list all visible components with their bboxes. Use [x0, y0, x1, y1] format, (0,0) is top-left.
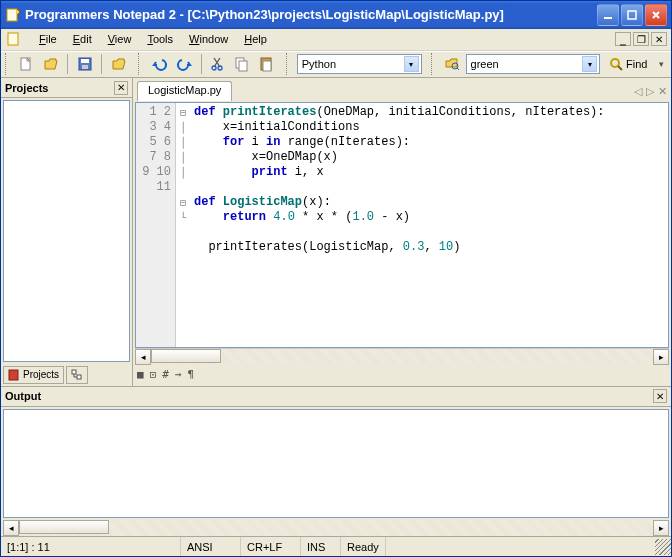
- output-close-button[interactable]: ✕: [653, 389, 667, 403]
- tab-prev-icon[interactable]: ◁: [634, 85, 642, 98]
- svg-rect-13: [263, 61, 271, 71]
- svg-rect-3: [8, 33, 18, 45]
- svg-rect-16: [9, 370, 18, 380]
- scroll-thumb[interactable]: [151, 349, 221, 363]
- copy-button[interactable]: [232, 53, 253, 75]
- mdi-close-button[interactable]: ✕: [651, 32, 667, 46]
- maximize-button[interactable]: [621, 4, 643, 26]
- tab-next-icon[interactable]: ▷: [646, 85, 654, 98]
- tree-icon: [71, 369, 83, 381]
- chevron-down-icon: ▾: [404, 56, 419, 72]
- book-icon: [8, 369, 20, 381]
- scroll-right-button[interactable]: ▸: [653, 349, 669, 365]
- view-toggles: ■ ⊡ # → ¶: [133, 364, 671, 386]
- editor-hscroll[interactable]: ◂ ▸: [135, 348, 669, 364]
- undo-button[interactable]: [149, 53, 170, 75]
- toggle-eol[interactable]: ¶: [188, 368, 195, 381]
- window-title: Programmers Notepad 2 - [C:\Python23\pro…: [25, 7, 595, 22]
- status-position: [1:1] : 11: [1, 537, 181, 556]
- line-gutter: 1 2 3 4 5 6 7 8 9 10 11: [136, 103, 176, 346]
- toggle-bookmark[interactable]: ■: [137, 368, 144, 381]
- scroll-left-button[interactable]: ◂: [135, 349, 151, 365]
- svg-point-8: [212, 66, 216, 70]
- editor-tabs: LogisticMap.py ◁ ▷ ✕: [133, 78, 671, 102]
- toggle-whitespace[interactable]: ⊡: [150, 368, 157, 381]
- projects-title: Projects: [5, 82, 48, 94]
- toolbar-grip-2[interactable]: [138, 53, 143, 75]
- explorer-tab[interactable]: [66, 366, 88, 384]
- menu-view[interactable]: View: [100, 31, 140, 47]
- new-button[interactable]: [16, 53, 37, 75]
- svg-rect-2: [628, 11, 636, 19]
- code-editor[interactable]: 1 2 3 4 5 6 7 8 9 10 11 ⊟││││ ⊟└ def pri…: [135, 102, 669, 347]
- status-encoding: ANSI: [181, 537, 241, 556]
- svg-point-15: [611, 59, 619, 67]
- language-value: Python: [302, 58, 336, 70]
- svg-rect-6: [81, 59, 89, 63]
- svg-rect-1: [604, 17, 612, 19]
- status-eol: CR+LF: [241, 537, 301, 556]
- scroll-right-button[interactable]: ▸: [653, 520, 669, 536]
- find-button[interactable]: Find: [603, 53, 652, 75]
- toolbar-grip-3[interactable]: [286, 53, 291, 75]
- toggle-wrap[interactable]: →: [175, 368, 182, 381]
- menu-help[interactable]: Help: [236, 31, 275, 47]
- toggle-linenumbers[interactable]: #: [162, 368, 169, 381]
- menubar: FFileile Edit View Tools Window Help ‗ ❐…: [1, 29, 671, 51]
- open-button[interactable]: [40, 53, 61, 75]
- projects-header: Projects ✕: [1, 78, 132, 98]
- system-menu-icon[interactable]: [5, 30, 23, 48]
- chevron-down-icon: ▾: [582, 56, 597, 72]
- scroll-thumb[interactable]: [19, 520, 109, 534]
- projects-panel: Projects ✕ Projects: [1, 78, 133, 385]
- menu-window[interactable]: Window: [181, 31, 236, 47]
- tab-close-icon[interactable]: ✕: [658, 85, 667, 98]
- search-input[interactable]: green ▾: [466, 54, 600, 74]
- mdi-minimize-button[interactable]: ‗: [615, 32, 631, 46]
- editor-tab[interactable]: LogisticMap.py: [137, 81, 232, 101]
- search-value: green: [471, 58, 499, 70]
- app-icon: [5, 7, 21, 23]
- svg-rect-18: [77, 375, 81, 379]
- menu-tools[interactable]: Tools: [139, 31, 181, 47]
- toolbar-grip-4[interactable]: [431, 53, 436, 75]
- output-title: Output: [5, 390, 41, 402]
- menu-edit[interactable]: Edit: [65, 31, 100, 47]
- svg-point-9: [218, 66, 222, 70]
- projects-tab[interactable]: Projects: [3, 366, 64, 384]
- cut-button[interactable]: [207, 53, 228, 75]
- toolbar-grip[interactable]: [5, 53, 10, 75]
- save-button[interactable]: [74, 53, 95, 75]
- scroll-left-button[interactable]: ◂: [3, 520, 19, 536]
- minimize-button[interactable]: [597, 4, 619, 26]
- status-insert: INS: [301, 537, 341, 556]
- paste-button[interactable]: [256, 53, 277, 75]
- close-button[interactable]: [645, 4, 667, 26]
- open-project-button[interactable]: [108, 53, 129, 75]
- projects-tree[interactable]: [3, 100, 130, 361]
- output-hscroll[interactable]: ◂ ▸: [3, 520, 669, 536]
- menu-file[interactable]: FFileile: [31, 31, 65, 47]
- find-folder-button[interactable]: [441, 53, 462, 75]
- output-panel: Output ✕ ◂ ▸: [1, 386, 671, 537]
- fold-column[interactable]: ⊟││││ ⊟└: [176, 103, 190, 346]
- svg-rect-0: [7, 9, 17, 21]
- resize-grip[interactable]: [655, 539, 671, 555]
- output-body[interactable]: [3, 409, 669, 519]
- svg-rect-11: [239, 61, 247, 71]
- projects-close-button[interactable]: ✕: [114, 81, 128, 95]
- language-select[interactable]: Python ▾: [297, 54, 422, 74]
- statusbar: [1:1] : 11 ANSI CR+LF INS Ready: [1, 536, 671, 556]
- svg-rect-7: [82, 65, 88, 69]
- svg-rect-17: [72, 370, 76, 374]
- toolbar: Python ▾ green ▾ Find ▾: [1, 51, 671, 79]
- find-label: Find: [626, 58, 647, 70]
- redo-button[interactable]: [173, 53, 194, 75]
- toolbar-overflow[interactable]: ▾: [655, 53, 667, 75]
- code-body[interactable]: def printIterates(OneDMap, initialCondit…: [190, 103, 668, 346]
- output-header: Output ✕: [1, 387, 671, 407]
- status-message: Ready: [341, 537, 386, 556]
- titlebar: Programmers Notepad 2 - [C:\Python23\pro…: [1, 1, 671, 29]
- mdi-restore-button[interactable]: ❐: [633, 32, 649, 46]
